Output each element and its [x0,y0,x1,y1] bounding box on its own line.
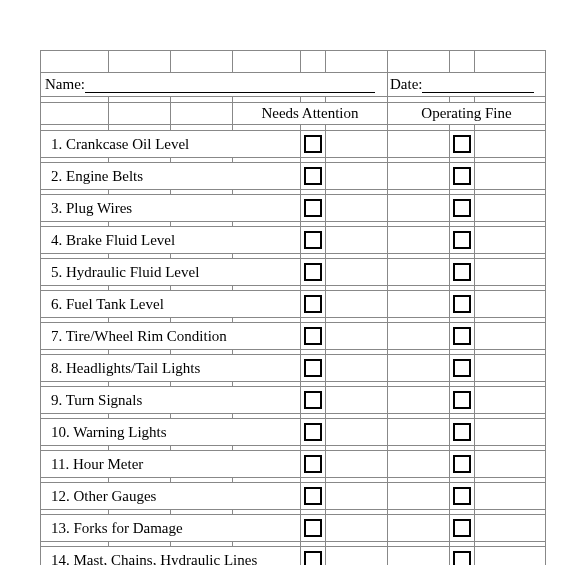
checkbox-icon[interactable] [453,423,471,441]
spacer-cell [326,515,388,542]
checkbox-icon[interactable] [453,551,471,565]
item-label: 11. Hour Meter [41,451,301,478]
checkbox-icon[interactable] [304,391,322,409]
spacer-cell [388,323,450,350]
checkbox-icon[interactable] [304,231,322,249]
spacer-cell [475,131,546,158]
operating-fine-checkbox-cell[interactable] [450,195,475,222]
spacer-cell [326,131,388,158]
checkbox-icon[interactable] [304,423,322,441]
operating-fine-checkbox-cell[interactable] [450,259,475,286]
checkbox-icon[interactable] [453,391,471,409]
operating-fine-checkbox-cell[interactable] [450,419,475,446]
operating-fine-checkbox-cell[interactable] [450,355,475,382]
checklist-item-row: 1. Crankcase Oil Level [41,131,546,158]
needs-attention-checkbox-cell[interactable] [301,259,326,286]
spacer-cell [326,483,388,510]
checklist-item-row: 8. Headlights/Tail Lights [41,355,546,382]
name-date-row: Name: Date: [41,73,546,97]
checkbox-icon[interactable] [453,295,471,313]
spacer-cell [388,547,450,566]
spacer-cell [388,451,450,478]
checkbox-icon[interactable] [304,519,322,537]
needs-attention-checkbox-cell[interactable] [301,163,326,190]
spacer-cell [326,451,388,478]
checklist-item-row: 2. Engine Belts [41,163,546,190]
needs-attention-checkbox-cell[interactable] [301,291,326,318]
spacer-cell [326,163,388,190]
operating-fine-checkbox-cell[interactable] [450,163,475,190]
spacer-cell [326,195,388,222]
item-label: 8. Headlights/Tail Lights [41,355,301,382]
checkbox-icon[interactable] [304,199,322,217]
checkbox-icon[interactable] [304,487,322,505]
spacer-cell [475,163,546,190]
checkbox-icon[interactable] [304,263,322,281]
checkbox-icon[interactable] [453,519,471,537]
spacer-cell [388,355,450,382]
operating-fine-checkbox-cell[interactable] [450,387,475,414]
spacer-cell [326,227,388,254]
needs-attention-checkbox-cell[interactable] [301,387,326,414]
checklist-item-row: 4. Brake Fluid Level [41,227,546,254]
checkbox-icon[interactable] [304,295,322,313]
checkbox-icon[interactable] [453,263,471,281]
spacer-cell [475,515,546,542]
checklist-table: Name: Date: Needs Attention Operating Fi… [40,50,546,565]
needs-attention-checkbox-cell[interactable] [301,547,326,566]
checkbox-icon[interactable] [304,135,322,153]
checkbox-icon[interactable] [304,455,322,473]
needs-attention-checkbox-cell[interactable] [301,323,326,350]
date-field-cell[interactable]: Date: [388,73,546,97]
spacer-cell [388,515,450,542]
checkbox-icon[interactable] [453,135,471,153]
operating-fine-checkbox-cell[interactable] [450,131,475,158]
spacer-cell [388,483,450,510]
date-label: Date: [390,76,422,92]
checkbox-icon[interactable] [453,199,471,217]
needs-attention-checkbox-cell[interactable] [301,227,326,254]
name-line[interactable] [85,79,375,93]
checkbox-icon[interactable] [453,359,471,377]
needs-attention-checkbox-cell[interactable] [301,483,326,510]
needs-attention-checkbox-cell[interactable] [301,451,326,478]
needs-attention-checkbox-cell[interactable] [301,419,326,446]
checkbox-icon[interactable] [304,359,322,377]
needs-attention-checkbox-cell[interactable] [301,195,326,222]
item-label: 12. Other Gauges [41,483,301,510]
operating-fine-checkbox-cell[interactable] [450,323,475,350]
spacer-cell [475,451,546,478]
needs-attention-checkbox-cell[interactable] [301,131,326,158]
checkbox-icon[interactable] [453,327,471,345]
item-label: 14. Mast, Chains, Hydraulic Lines [41,547,301,566]
operating-fine-checkbox-cell[interactable] [450,451,475,478]
operating-fine-checkbox-cell[interactable] [450,547,475,566]
item-label: 6. Fuel Tank Level [41,291,301,318]
item-label: 3. Plug Wires [41,195,301,222]
checklist-item-row: 5. Hydraulic Fluid Level [41,259,546,286]
spacer-cell [326,291,388,318]
checkbox-icon[interactable] [453,231,471,249]
spacer-cell [326,323,388,350]
checkbox-icon[interactable] [304,327,322,345]
operating-fine-checkbox-cell[interactable] [450,227,475,254]
spacer-cell [475,291,546,318]
name-field-cell[interactable]: Name: [41,73,388,97]
spacer-cell [326,547,388,566]
checklist-item-row: 14. Mast, Chains, Hydraulic Lines [41,547,546,566]
date-line[interactable] [422,79,534,93]
needs-attention-checkbox-cell[interactable] [301,355,326,382]
checkbox-icon[interactable] [304,551,322,565]
operating-fine-checkbox-cell[interactable] [450,483,475,510]
checkbox-icon[interactable] [453,167,471,185]
operating-fine-checkbox-cell[interactable] [450,291,475,318]
checkbox-icon[interactable] [453,455,471,473]
spacer-cell [326,259,388,286]
checkbox-icon[interactable] [304,167,322,185]
header-row: Needs Attention Operating Fine [41,103,546,125]
checklist-item-row: 12. Other Gauges [41,483,546,510]
operating-fine-checkbox-cell[interactable] [450,515,475,542]
checklist-sheet: Name: Date: Needs Attention Operating Fi… [40,50,545,565]
needs-attention-checkbox-cell[interactable] [301,515,326,542]
checkbox-icon[interactable] [453,487,471,505]
